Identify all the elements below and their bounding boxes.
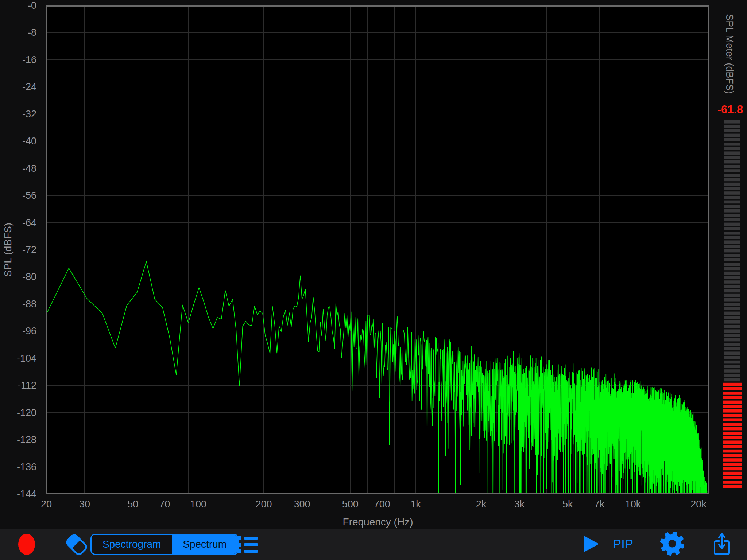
tab-spectrogram[interactable]: Spectrogram: [92, 535, 172, 554]
meter-segment-gray: [724, 303, 740, 306]
meter-segment-gray: [724, 147, 740, 150]
meter-segment-gray: [724, 365, 740, 368]
pip-button[interactable]: PIP: [608, 536, 638, 552]
meter-segment-gray: [724, 254, 740, 257]
meter-segment-gray: [724, 334, 740, 337]
x-tick-label: 20: [26, 499, 66, 510]
y-tick-label: -128: [0, 434, 36, 445]
meter-segment-gray: [724, 151, 740, 155]
meter-segment-gray: [724, 143, 740, 146]
meter-segment-gray: [724, 209, 740, 213]
meter-segment-gray: [724, 369, 740, 373]
meter-segment-gray: [724, 298, 740, 302]
x-tick-label: 10k: [613, 499, 653, 510]
spl-meter-value: -61.8: [714, 103, 746, 116]
play-icon: [584, 536, 599, 552]
meter-segment-gray: [724, 294, 740, 297]
y-tick-label: -136: [0, 462, 36, 472]
meter-segment-gray: [724, 187, 740, 190]
meter-segment-gray: [724, 307, 740, 310]
meter-segment-red: [723, 472, 742, 475]
meter-segment-gray: [724, 169, 740, 172]
meter-segment-red: [723, 396, 742, 399]
meter-segment-gray: [724, 289, 740, 293]
record-button[interactable]: [18, 534, 35, 555]
y-tick-label: -144: [0, 489, 36, 499]
meter-segment-gray: [724, 325, 740, 328]
meter-segment-gray: [724, 280, 740, 284]
x-tick-label: 100: [178, 499, 218, 510]
y-tick-label: -24: [0, 81, 36, 92]
meter-segment-red: [723, 405, 742, 408]
eraser-button[interactable]: [64, 532, 89, 557]
meter-segment-gray: [724, 374, 740, 377]
meter-segment-red: [723, 454, 742, 457]
y-tick-label: -112: [0, 380, 36, 391]
meter-segment-red: [723, 476, 742, 479]
meter-segment-gray: [724, 343, 740, 346]
meter-segment-gray: [724, 120, 740, 124]
y-tick-label: -8: [0, 27, 36, 38]
meter-segment-gray: [724, 165, 740, 168]
y-tick-label: -104: [0, 353, 36, 364]
x-tick-label: 20k: [678, 499, 719, 510]
meter-segment-gray: [724, 227, 740, 230]
meter-segment-red: [723, 432, 742, 435]
y-tick-label: -16: [0, 54, 36, 65]
meter-segment-gray: [724, 218, 740, 221]
meter-segment-red: [723, 409, 742, 413]
meter-segment-gray: [724, 160, 740, 164]
meter-segment-gray: [724, 129, 740, 132]
meter-segment-red: [723, 440, 742, 444]
meter-segment-gray: [724, 329, 740, 332]
x-axis-title: Frequency (Hz): [343, 516, 413, 528]
meter-segment-red: [723, 481, 742, 484]
y-tick-label: -40: [0, 136, 36, 147]
meter-segment-gray: [724, 214, 740, 217]
meter-segment-gray: [724, 245, 740, 248]
meter-segment-red: [723, 414, 742, 417]
meter-segment-gray: [724, 312, 740, 315]
meter-segment-gray: [724, 258, 740, 261]
meter-segment-gray: [724, 191, 740, 195]
meter-segment-red: [723, 392, 742, 395]
spectrum-chart[interactable]: [46, 5, 709, 494]
meter-segment-gray: [724, 285, 740, 288]
meter-segment-red: [723, 445, 742, 448]
y-tick-label: -56: [0, 190, 36, 201]
y-tick-label: -48: [0, 163, 36, 174]
meter-segment-gray: [724, 316, 740, 319]
play-button[interactable]: [584, 535, 600, 553]
share-button[interactable]: [711, 532, 733, 556]
meter-segment-red: [723, 383, 742, 386]
meter-segment-red: [723, 427, 742, 431]
meter-segment-gray: [724, 138, 740, 141]
y-tick-label: -32: [0, 109, 36, 120]
x-tick-label: 200: [244, 499, 284, 510]
y-tick-label: -120: [0, 407, 36, 418]
y-tick-label: -96: [0, 326, 36, 337]
meter-segment-gray: [724, 125, 740, 128]
meter-segment-gray: [724, 174, 740, 177]
meter-segment-gray: [724, 267, 740, 271]
meter-segment-red: [723, 463, 742, 466]
x-tick-label: 300: [282, 499, 322, 510]
tab-spectrum[interactable]: Spectrum: [172, 535, 237, 554]
x-tick-label: 3k: [499, 499, 539, 510]
meter-segment-gray: [724, 356, 740, 359]
view-segmented-control: Spectrogram Spectrum: [90, 534, 239, 555]
y-tick-label: -88: [0, 299, 36, 310]
meter-segment-gray: [724, 320, 740, 324]
meter-segment-red: [723, 467, 742, 471]
meter-segment-gray: [724, 183, 740, 186]
meter-segment-gray: [724, 351, 740, 355]
meter-segment-gray: [724, 249, 740, 253]
x-tick-label: 1k: [396, 499, 436, 510]
list-button[interactable]: [237, 534, 258, 555]
meter-segment-gray: [724, 178, 740, 182]
settings-button[interactable]: [659, 531, 685, 556]
meter-segment-red: [723, 401, 742, 404]
spl-meter-title: SPL Meter (dBFS): [724, 14, 735, 94]
meter-segment-gray: [724, 338, 740, 342]
meter-segment-gray: [724, 240, 740, 244]
